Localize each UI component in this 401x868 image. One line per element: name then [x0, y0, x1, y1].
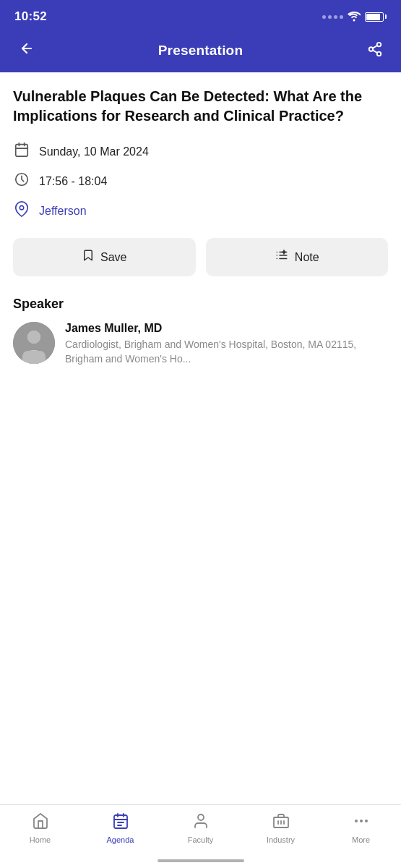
agenda-icon	[112, 812, 129, 833]
presentation-title: Vulnerable Plaques Can Be Detected: What…	[13, 87, 388, 126]
date-text: Sunday, 10 Mar 2024	[39, 145, 149, 158]
tab-agenda[interactable]: Agenda	[80, 812, 160, 844]
date-row: Sunday, 10 Mar 2024	[13, 142, 388, 161]
status-bar: 10:52	[0, 0, 401, 32]
wifi-icon	[348, 12, 361, 22]
industry-icon	[272, 812, 290, 833]
signal-icon	[322, 15, 343, 19]
main-content: Vulnerable Plaques Can Be Detected: What…	[0, 72, 401, 380]
clock-icon	[13, 171, 30, 191]
note-label: Note	[295, 251, 319, 264]
bookmark-icon	[82, 248, 95, 266]
note-button[interactable]: Note	[206, 238, 389, 276]
tab-home-label: Home	[30, 835, 51, 844]
location-icon	[13, 201, 30, 221]
tab-industry-label: Industry	[267, 835, 295, 844]
status-time: 10:52	[14, 9, 47, 24]
svg-point-30	[198, 814, 204, 820]
status-icons	[322, 12, 387, 22]
svg-point-22	[27, 331, 40, 344]
speaker-info: James Muller, MD Cardiologist, Brigham a…	[65, 322, 388, 366]
speaker-section-title: Speaker	[13, 297, 388, 312]
home-indicator	[158, 859, 244, 862]
location-text[interactable]: Jefferson	[39, 205, 87, 218]
tab-agenda-label: Agenda	[107, 835, 134, 844]
speaker-avatar	[13, 322, 55, 364]
home-icon	[32, 812, 49, 833]
svg-line-4	[373, 45, 377, 48]
faculty-icon	[192, 812, 210, 833]
share-button[interactable]	[363, 41, 387, 61]
time-row: 17:56 - 18:04	[13, 171, 388, 191]
calendar-icon	[13, 142, 30, 161]
speaker-name: James Muller, MD	[65, 322, 388, 335]
page-title: Presentation	[158, 43, 243, 59]
save-button[interactable]: Save	[13, 238, 196, 276]
svg-line-3	[373, 50, 377, 53]
time-text: 17:56 - 18:04	[39, 175, 107, 188]
tab-industry[interactable]: Industry	[241, 812, 321, 844]
tab-faculty-label: Faculty	[188, 835, 213, 844]
top-nav: Presentation	[0, 32, 401, 72]
action-buttons: Save Note	[13, 238, 388, 276]
svg-point-36	[360, 820, 363, 822]
speaker-card: James Muller, MD Cardiologist, Brigham a…	[13, 322, 388, 366]
back-button[interactable]	[14, 41, 38, 61]
tab-faculty[interactable]: Faculty	[160, 812, 241, 844]
more-icon	[353, 812, 370, 833]
svg-rect-5	[16, 145, 28, 157]
save-label: Save	[100, 251, 126, 264]
battery-icon	[365, 12, 387, 22]
note-icon	[275, 249, 289, 265]
svg-rect-24	[114, 815, 127, 828]
tab-more-label: More	[352, 835, 370, 844]
location-row: Jefferson	[13, 201, 388, 221]
speaker-description: Cardiologist, Brigham and Women's Hospit…	[65, 338, 388, 366]
svg-rect-23	[22, 351, 46, 364]
tab-more[interactable]: More	[321, 812, 401, 844]
svg-point-35	[355, 820, 358, 822]
svg-point-10	[20, 205, 24, 210]
tab-bar: Home Agenda Faculty	[0, 804, 401, 868]
tab-home[interactable]: Home	[0, 812, 80, 844]
svg-point-37	[365, 820, 368, 822]
